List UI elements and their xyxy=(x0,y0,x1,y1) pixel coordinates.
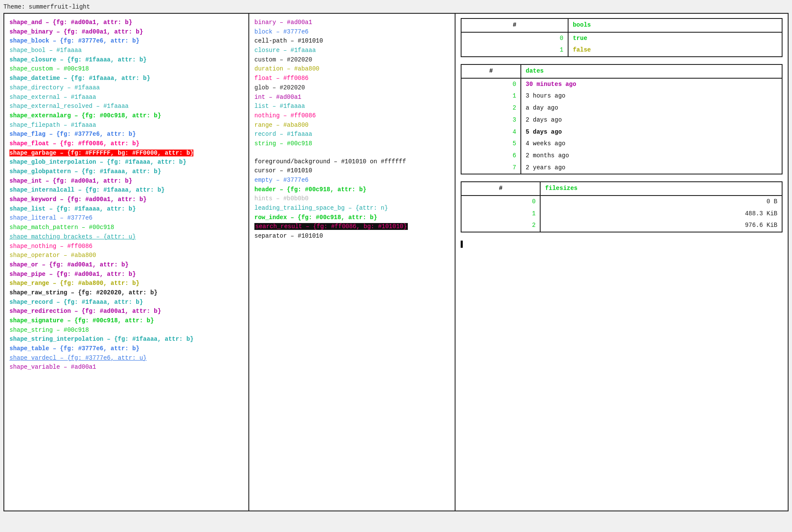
col1-entry: shape_flag – {fg: #3777e6, attr: b} xyxy=(9,130,243,139)
col1-entry: shape_string – #00c918 xyxy=(9,326,243,335)
col1-entry: shape_garbage – {fg: #FFFFFF, bg: #FF000… xyxy=(9,149,243,158)
dates-row: 5 4 weeks ago xyxy=(461,138,782,150)
dates-label-header: dates xyxy=(521,64,782,78)
filesizes-value: 976.6 KiB xyxy=(540,220,782,232)
dates-row: 4 5 days ago xyxy=(461,126,782,138)
col2-bottom-entry: leading_trailing_space_bg – {attr: n} xyxy=(254,204,450,213)
dates-value: 4 weeks ago xyxy=(521,138,782,150)
col1-entry: shape_pipe – {fg: #ad00a1, attr: b} xyxy=(9,270,243,279)
col1-entry: shape_raw_string – {fg: #202020, attr: b… xyxy=(9,288,243,298)
filesizes-row: 1 488.3 KiB xyxy=(461,208,782,220)
dates-idx: 4 xyxy=(461,126,521,138)
col2-top-entry: float – #ff0086 xyxy=(254,74,450,83)
col1-entry: shape_custom – #00c918 xyxy=(9,64,243,74)
dates-value: 2 days ago xyxy=(521,114,782,126)
col2-bottom-entry: cursor – #101010 xyxy=(254,166,450,176)
col2-bottom-entry: header – {fg: #00c918, attr: b} xyxy=(254,185,450,195)
col1-entry: shape_internalcall – {fg: #1faaaa, attr:… xyxy=(9,186,243,195)
col1-entry: shape_variable – #ad00a1 xyxy=(9,363,243,372)
col1-entry: shape_keyword – {fg: #ad00a1, attr: b} xyxy=(9,195,243,205)
dates-value: 3 hours ago xyxy=(521,90,782,102)
dates-idx: 7 xyxy=(461,162,521,174)
col2-top-entry: string – #00c918 xyxy=(254,139,450,149)
col2-top-entry: list – #1faaaa xyxy=(254,102,450,111)
col1-entry: shape_record – {fg: #1faaaa, attr: b} xyxy=(9,298,243,307)
col1-entry: shape_list – {fg: #1faaaa, attr: b} xyxy=(9,205,243,214)
bools-idx: 1 xyxy=(461,44,568,57)
col1-entry: shape_operator – #aba800 xyxy=(9,251,243,260)
col2-bottom-entry: hints – #b0b0b0 xyxy=(254,194,450,204)
col1-entry: shape_or – {fg: #ad00a1, attr: b} xyxy=(9,260,243,270)
dates-idx: 3 xyxy=(461,114,521,126)
dates-row: 6 2 months ago xyxy=(461,150,782,162)
col2-top-entry: record – #1faaaa xyxy=(254,130,450,139)
bools-value: false xyxy=(568,44,782,57)
bools-table: # bools 0 true 1 false xyxy=(461,18,783,57)
dates-value: 2 years ago xyxy=(521,162,782,174)
bools-row: 0 true xyxy=(461,32,782,45)
col1: shape_and – {fg: #ad00a1, attr: b}shape_… xyxy=(4,14,249,511)
col1-entry: shape_filepath – #1faaaa xyxy=(9,121,243,130)
dates-hash-header: # xyxy=(461,64,521,78)
col2-top-entry: block – #3777e6 xyxy=(254,28,450,37)
col1-entry: shape_signature – {fg: #00c918, attr: b} xyxy=(9,316,243,326)
cursor: ▌ xyxy=(461,239,783,250)
col2-bottom-entry: empty – #3777e6 xyxy=(254,176,450,185)
col2-bottom-entry: separator – #101010 xyxy=(254,232,450,241)
col1-entry: shape_nothing – #ff0086 xyxy=(9,242,243,251)
dates-value: a day ago xyxy=(521,102,782,114)
filesizes-idx: 2 xyxy=(461,220,540,232)
theme-label: Theme: summerfruit-light xyxy=(3,3,789,10)
col1-entry: shape_bool – #1faaaa xyxy=(9,46,243,55)
col2-top-entry: duration – #aba800 xyxy=(254,64,450,74)
col2-top-entry: binary – #ad00a1 xyxy=(254,18,450,28)
dates-idx: 2 xyxy=(461,102,521,114)
filesizes-value: 0 B xyxy=(540,196,782,208)
filesizes-row: 0 0 B xyxy=(461,196,782,208)
col2-top-entry: int – #ad00a1 xyxy=(254,93,450,102)
col1-entry: shape_external_resolved – #1faaaa xyxy=(9,102,243,111)
col1-entry: shape_datetime – {fg: #1faaaa, attr: b} xyxy=(9,74,243,83)
dates-idx: 0 xyxy=(461,78,521,91)
col2-bottom-entry: search_result – {fg: #ff0086, bg: #10101… xyxy=(254,222,450,232)
col2-bottom-entry: row_index – {fg: #00c918, attr: b} xyxy=(254,213,450,223)
col2-top-entry: glob – #202020 xyxy=(254,83,450,93)
filesizes-hash-header: # xyxy=(461,182,540,196)
dates-row: 0 30 minutes ago xyxy=(461,78,782,91)
main-container: shape_and – {fg: #ad00a1, attr: b}shape_… xyxy=(3,13,789,511)
dates-value: 5 days ago xyxy=(521,126,782,138)
col1-entry: shape_table – {fg: #3777e6, attr: b} xyxy=(9,344,243,354)
dates-table: # dates 0 30 minutes ago 1 3 hours ago 2… xyxy=(461,64,783,174)
col2-top-entry: custom – #202020 xyxy=(254,55,450,65)
bools-idx: 0 xyxy=(461,32,568,45)
col1-entry: shape_block – {fg: #3777e6, attr: b} xyxy=(9,37,243,46)
col1-entry: shape_glob_interpolation – {fg: #1faaaa,… xyxy=(9,158,243,167)
dates-value: 30 minutes ago xyxy=(521,78,782,91)
filesizes-table: # filesizes 0 0 B 1 488.3 KiB 2 976.6 Ki… xyxy=(461,181,783,232)
col1-entry: shape_match_pattern – #00c918 xyxy=(9,223,243,232)
bools-hash-header: # xyxy=(461,18,568,32)
col1-entry: shape_vardecl – {fg: #3777e6, attr: u} xyxy=(9,354,243,363)
col2-top-entry: range – #aba800 xyxy=(254,121,450,130)
bools-row: 1 false xyxy=(461,44,782,57)
dates-value: 2 months ago xyxy=(521,150,782,162)
filesizes-value: 488.3 KiB xyxy=(540,208,782,220)
col2-top-entry: cell-path – #101010 xyxy=(254,37,450,46)
col1-entry: shape_globpattern – {fg: #1faaaa, attr: … xyxy=(9,167,243,177)
col1-entry: shape_directory – #1faaaa xyxy=(9,83,243,93)
col1-entry: shape_string_interpolation – {fg: #1faaa… xyxy=(9,335,243,344)
col1-entry: shape_float – {fg: #ff0086, attr: b} xyxy=(9,139,243,149)
filesizes-row: 2 976.6 KiB xyxy=(461,220,782,232)
dates-idx: 5 xyxy=(461,138,521,150)
col2-bottom-entry: foreground/background – #101010 on #ffff… xyxy=(254,157,450,167)
col1-entry: shape_binary – {fg: #ad00a1, attr: b} xyxy=(9,28,243,37)
dates-row: 3 2 days ago xyxy=(461,114,782,126)
col2-top-entry: closure – #1faaaa xyxy=(254,46,450,55)
col1-entry: shape_range – {fg: #aba800, attr: b} xyxy=(9,279,243,288)
dates-row: 7 2 years ago xyxy=(461,162,782,174)
filesizes-idx: 1 xyxy=(461,208,540,220)
col1-entry: shape_int – {fg: #ad00a1, attr: b} xyxy=(9,177,243,186)
bools-value: true xyxy=(568,32,782,45)
col1-entry: shape_external – #1faaaa xyxy=(9,93,243,102)
col1-entry: shape_externalarg – {fg: #00c918, attr: … xyxy=(9,111,243,121)
